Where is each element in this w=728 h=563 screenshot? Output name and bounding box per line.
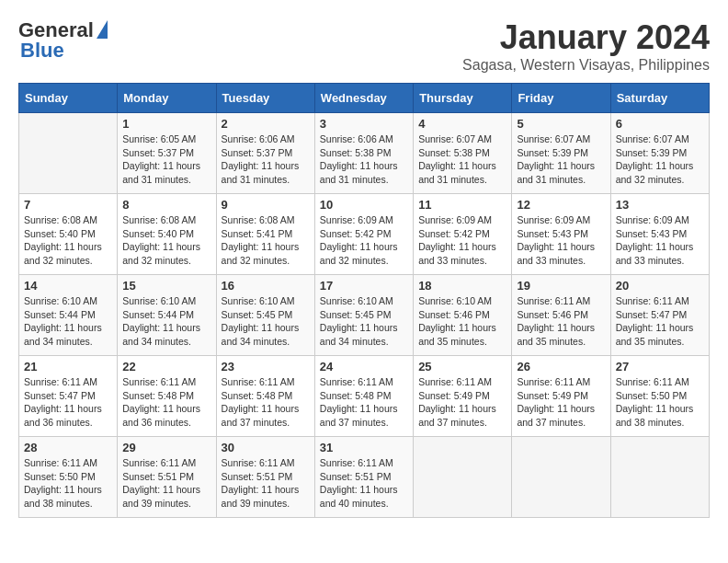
calendar-table: SundayMondayTuesdayWednesdayThursdayFrid… <box>18 83 710 518</box>
calendar-cell: 25Sunrise: 6:11 AMSunset: 5:49 PMDayligh… <box>414 356 512 437</box>
day-number: 20 <box>616 279 704 293</box>
day-number: 3 <box>320 117 408 131</box>
day-number: 25 <box>418 360 506 373</box>
cell-text: Sunrise: 6:11 AMSunset: 5:51 PMDaylight:… <box>320 457 398 509</box>
day-number: 30 <box>222 441 310 454</box>
logo: General Blue <box>18 18 108 63</box>
cell-text: Sunrise: 6:07 AMSunset: 5:39 PMDaylight:… <box>616 133 694 185</box>
day-number: 27 <box>616 360 704 373</box>
day-number: 29 <box>122 441 210 454</box>
header: General Blue January 2024 Sagasa, Wester… <box>18 18 710 74</box>
calendar-cell: 27Sunrise: 6:11 AMSunset: 5:50 PMDayligh… <box>610 356 709 437</box>
calendar-cell: 21Sunrise: 6:11 AMSunset: 5:47 PMDayligh… <box>19 356 118 437</box>
calendar-cell: 8Sunrise: 6:08 AMSunset: 5:40 PMDaylight… <box>118 194 216 275</box>
day-number: 12 <box>517 198 605 212</box>
cell-text: Sunrise: 6:11 AMSunset: 5:48 PMDaylight:… <box>320 376 398 428</box>
cell-text: Sunrise: 6:11 AMSunset: 5:51 PMDaylight:… <box>222 457 300 509</box>
calendar-cell: 10Sunrise: 6:09 AMSunset: 5:42 PMDayligh… <box>314 194 413 275</box>
cell-text: Sunrise: 6:11 AMSunset: 5:48 PMDaylight:… <box>122 376 200 428</box>
day-number: 13 <box>616 198 704 212</box>
calendar-cell: 6Sunrise: 6:07 AMSunset: 5:39 PMDaylight… <box>610 113 709 194</box>
cell-text: Sunrise: 6:10 AMSunset: 5:46 PMDaylight:… <box>418 295 496 347</box>
day-header-friday: Friday <box>512 84 610 113</box>
day-number: 2 <box>222 117 310 131</box>
calendar-cell: 31Sunrise: 6:11 AMSunset: 5:51 PMDayligh… <box>314 437 413 518</box>
cell-text: Sunrise: 6:11 AMSunset: 5:49 PMDaylight:… <box>418 376 496 428</box>
cell-text: Sunrise: 6:09 AMSunset: 5:42 PMDaylight:… <box>320 214 398 266</box>
week-row-3: 14Sunrise: 6:10 AMSunset: 5:44 PMDayligh… <box>19 275 710 356</box>
day-number: 17 <box>320 279 408 293</box>
calendar-cell: 2Sunrise: 6:06 AMSunset: 5:37 PMDaylight… <box>216 113 314 194</box>
day-number: 22 <box>122 360 210 373</box>
cell-text: Sunrise: 6:10 AMSunset: 5:45 PMDaylight:… <box>222 295 300 347</box>
header-row: SundayMondayTuesdayWednesdayThursdayFrid… <box>19 84 710 113</box>
month-title: January 2024 <box>462 18 710 57</box>
cell-text: Sunrise: 6:11 AMSunset: 5:50 PMDaylight:… <box>24 457 102 509</box>
calendar-cell: 3Sunrise: 6:06 AMSunset: 5:38 PMDaylight… <box>314 113 413 194</box>
location-subtitle: Sagasa, Western Visayas, Philippines <box>462 57 710 74</box>
calendar-cell: 19Sunrise: 6:11 AMSunset: 5:46 PMDayligh… <box>512 275 610 356</box>
cell-text: Sunrise: 6:10 AMSunset: 5:44 PMDaylight:… <box>122 295 200 347</box>
cell-text: Sunrise: 6:10 AMSunset: 5:45 PMDaylight:… <box>320 295 398 347</box>
calendar-cell: 30Sunrise: 6:11 AMSunset: 5:51 PMDayligh… <box>216 437 314 518</box>
calendar-cell: 24Sunrise: 6:11 AMSunset: 5:48 PMDayligh… <box>314 356 413 437</box>
day-header-wednesday: Wednesday <box>314 84 413 113</box>
day-number: 4 <box>418 117 506 131</box>
day-number: 19 <box>517 279 605 293</box>
day-number: 10 <box>320 198 408 212</box>
title-area: January 2024 Sagasa, Western Visayas, Ph… <box>462 18 710 74</box>
calendar-cell: 7Sunrise: 6:08 AMSunset: 5:40 PMDaylight… <box>19 194 118 275</box>
calendar-cell: 29Sunrise: 6:11 AMSunset: 5:51 PMDayligh… <box>118 437 216 518</box>
day-header-tuesday: Tuesday <box>216 84 314 113</box>
day-header-sunday: Sunday <box>19 84 118 113</box>
calendar-cell: 5Sunrise: 6:07 AMSunset: 5:39 PMDaylight… <box>512 113 610 194</box>
cell-text: Sunrise: 6:08 AMSunset: 5:40 PMDaylight:… <box>24 214 102 266</box>
cell-text: Sunrise: 6:06 AMSunset: 5:37 PMDaylight:… <box>222 133 300 185</box>
calendar-cell: 14Sunrise: 6:10 AMSunset: 5:44 PMDayligh… <box>19 275 118 356</box>
day-header-monday: Monday <box>118 84 216 113</box>
day-header-thursday: Thursday <box>414 84 512 113</box>
day-number: 6 <box>616 117 704 131</box>
week-row-5: 28Sunrise: 6:11 AMSunset: 5:50 PMDayligh… <box>19 437 710 518</box>
day-number: 14 <box>24 279 112 293</box>
logo-blue: Blue <box>20 39 64 63</box>
calendar-cell: 28Sunrise: 6:11 AMSunset: 5:50 PMDayligh… <box>19 437 118 518</box>
cell-text: Sunrise: 6:08 AMSunset: 5:40 PMDaylight:… <box>122 214 200 266</box>
calendar-cell <box>610 437 709 518</box>
calendar-cell <box>19 113 118 194</box>
cell-text: Sunrise: 6:05 AMSunset: 5:37 PMDaylight:… <box>122 133 200 185</box>
day-number: 9 <box>222 198 310 212</box>
calendar-cell <box>512 437 610 518</box>
day-number: 24 <box>320 360 408 373</box>
cell-text: Sunrise: 6:11 AMSunset: 5:48 PMDaylight:… <box>222 376 300 428</box>
cell-text: Sunrise: 6:11 AMSunset: 5:47 PMDaylight:… <box>24 376 102 428</box>
calendar-cell: 20Sunrise: 6:11 AMSunset: 5:47 PMDayligh… <box>610 275 709 356</box>
cell-text: Sunrise: 6:11 AMSunset: 5:46 PMDaylight:… <box>517 295 595 347</box>
calendar-cell: 4Sunrise: 6:07 AMSunset: 5:38 PMDaylight… <box>414 113 512 194</box>
cell-text: Sunrise: 6:11 AMSunset: 5:51 PMDaylight:… <box>122 457 200 509</box>
cell-text: Sunrise: 6:09 AMSunset: 5:43 PMDaylight:… <box>517 214 595 266</box>
calendar-cell: 18Sunrise: 6:10 AMSunset: 5:46 PMDayligh… <box>414 275 512 356</box>
calendar-cell: 17Sunrise: 6:10 AMSunset: 5:45 PMDayligh… <box>314 275 413 356</box>
day-number: 23 <box>222 360 310 373</box>
logo-triangle-icon <box>97 20 108 39</box>
day-number: 21 <box>24 360 112 373</box>
week-row-2: 7Sunrise: 6:08 AMSunset: 5:40 PMDaylight… <box>19 194 710 275</box>
day-number: 7 <box>24 198 112 212</box>
day-number: 18 <box>418 279 506 293</box>
cell-text: Sunrise: 6:07 AMSunset: 5:38 PMDaylight:… <box>418 133 496 185</box>
calendar-cell <box>414 437 512 518</box>
calendar-cell: 11Sunrise: 6:09 AMSunset: 5:42 PMDayligh… <box>414 194 512 275</box>
cell-text: Sunrise: 6:08 AMSunset: 5:41 PMDaylight:… <box>222 214 300 266</box>
calendar-cell: 22Sunrise: 6:11 AMSunset: 5:48 PMDayligh… <box>118 356 216 437</box>
calendar-cell: 16Sunrise: 6:10 AMSunset: 5:45 PMDayligh… <box>216 275 314 356</box>
day-number: 26 <box>517 360 605 373</box>
day-number: 11 <box>418 198 506 212</box>
day-header-saturday: Saturday <box>610 84 709 113</box>
calendar-cell: 15Sunrise: 6:10 AMSunset: 5:44 PMDayligh… <box>118 275 216 356</box>
day-number: 1 <box>122 117 210 131</box>
calendar-cell: 1Sunrise: 6:05 AMSunset: 5:37 PMDaylight… <box>118 113 216 194</box>
cell-text: Sunrise: 6:09 AMSunset: 5:43 PMDaylight:… <box>616 214 694 266</box>
day-number: 15 <box>122 279 210 293</box>
day-number: 5 <box>517 117 605 131</box>
